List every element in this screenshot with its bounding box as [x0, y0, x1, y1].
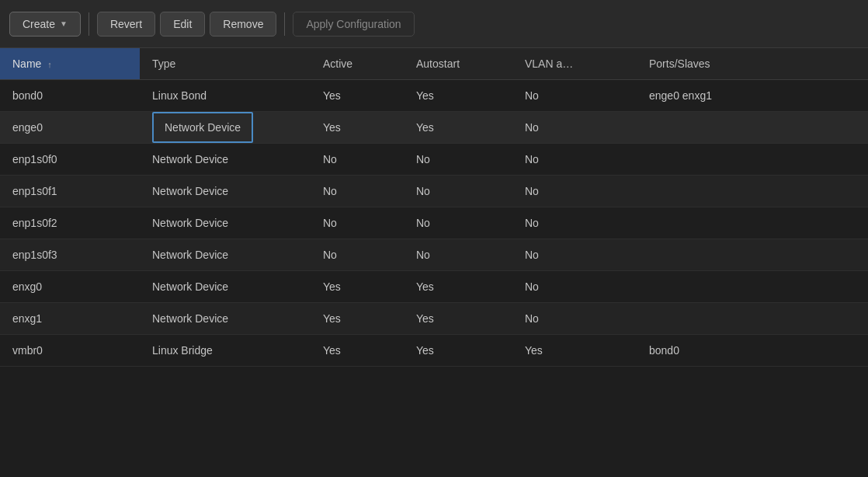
cell-type: Linux Bridge — [140, 335, 311, 367]
table-row[interactable]: enxg1Network DeviceYesYesNo — [0, 303, 868, 335]
col-header-vlan[interactable]: VLAN a… — [512, 48, 637, 80]
cell-name: enge0 — [0, 112, 140, 144]
remove-button[interactable]: Remove — [210, 12, 276, 37]
table-row[interactable]: enp1s0f2Network DeviceNoNoNo — [0, 207, 868, 239]
col-header-name[interactable]: Name ↑ — [0, 48, 140, 80]
dropdown-arrow-icon: ▼ — [60, 19, 68, 28]
col-header-type[interactable]: Type — [140, 48, 311, 80]
cell-active: No — [311, 176, 404, 207]
cell-type: Network Device — [140, 271, 311, 303]
col-vlan-label: VLAN a… — [525, 57, 573, 70]
table-row[interactable]: enxg0Network DeviceYesYesNo — [0, 271, 868, 303]
table-row[interactable]: vmbr0Linux BridgeYesYesYesbond0 — [0, 335, 868, 367]
cell-ports — [637, 239, 868, 271]
cell-name: enp1s0f0 — [0, 144, 140, 176]
cell-autostart: No — [404, 239, 512, 271]
col-active-label: Active — [323, 57, 352, 70]
cell-type: Network Device — [140, 176, 311, 207]
cell-active: Yes — [311, 335, 404, 367]
separator-1 — [89, 12, 89, 36]
cell-vlan: No — [512, 271, 637, 303]
cell-name: enp1s0f3 — [0, 239, 140, 271]
cell-autostart: No — [404, 144, 512, 176]
revert-button[interactable]: Revert — [97, 12, 155, 37]
edit-label: Edit — [173, 18, 192, 30]
cell-ports — [637, 271, 868, 303]
create-label: Create — [23, 18, 55, 30]
col-type-label: Type — [152, 57, 175, 70]
table-row[interactable]: bond0Linux BondYesYesNoenge0 enxg1 — [0, 80, 868, 112]
cell-autostart: Yes — [404, 80, 512, 112]
cell-autostart: Yes — [404, 303, 512, 335]
cell-active: No — [311, 144, 404, 176]
cell-ports — [637, 144, 868, 176]
apply-label: Apply Configuration — [306, 18, 401, 30]
cell-vlan: No — [512, 112, 637, 144]
cell-name: enp1s0f1 — [0, 176, 140, 207]
col-header-ports[interactable]: Ports/Slaves — [637, 48, 868, 80]
network-table: Name ↑ Type Active Autostart VLAN a… Por… — [0, 48, 868, 367]
cell-name: enp1s0f2 — [0, 207, 140, 239]
cell-name: enxg0 — [0, 271, 140, 303]
cell-name: bond0 — [0, 80, 140, 112]
cell-type: Linux Bond — [140, 80, 311, 112]
cell-autostart: Yes — [404, 112, 512, 144]
cell-vlan: Yes — [512, 335, 637, 367]
cell-ports — [637, 112, 868, 144]
cell-autostart: No — [404, 176, 512, 207]
edit-button[interactable]: Edit — [160, 12, 205, 37]
revert-label: Revert — [110, 18, 142, 30]
cell-vlan: No — [512, 176, 637, 207]
sort-arrow-icon: ↑ — [47, 60, 52, 69]
cell-active: No — [311, 207, 404, 239]
cell-type: Network Device — [140, 112, 311, 144]
cell-name: vmbr0 — [0, 335, 140, 367]
table-row[interactable]: enp1s0f1Network DeviceNoNoNo — [0, 176, 868, 207]
cell-active: Yes — [311, 271, 404, 303]
col-ports-label: Ports/Slaves — [649, 57, 710, 70]
remove-label: Remove — [223, 18, 263, 30]
create-button[interactable]: Create ▼ — [9, 12, 81, 37]
cell-type: Network Device — [140, 144, 311, 176]
selected-type-cell: Network Device — [152, 112, 253, 143]
cell-active: No — [311, 239, 404, 271]
cell-active: Yes — [311, 80, 404, 112]
col-header-active[interactable]: Active — [311, 48, 404, 80]
cell-vlan: No — [512, 144, 637, 176]
cell-ports — [637, 176, 868, 207]
network-table-container: Name ↑ Type Active Autostart VLAN a… Por… — [0, 48, 868, 477]
table-row[interactable]: enge0Network DeviceYesYesNo — [0, 112, 868, 144]
cell-ports — [637, 303, 868, 335]
cell-vlan: No — [512, 239, 637, 271]
cell-type: Network Device — [140, 239, 311, 271]
table-body: bond0Linux BondYesYesNoenge0 enxg1enge0N… — [0, 80, 868, 367]
col-autostart-label: Autostart — [416, 57, 460, 70]
cell-ports: bond0 — [637, 335, 868, 367]
col-name-label: Name — [12, 57, 41, 70]
cell-vlan: No — [512, 303, 637, 335]
cell-type: Network Device — [140, 207, 311, 239]
cell-ports: enge0 enxg1 — [637, 80, 868, 112]
separator-2 — [284, 12, 285, 36]
cell-active: Yes — [311, 112, 404, 144]
col-header-autostart[interactable]: Autostart — [404, 48, 512, 80]
table-row[interactable]: enp1s0f0Network DeviceNoNoNo — [0, 144, 868, 176]
cell-name: enxg1 — [0, 303, 140, 335]
cell-type: Network Device — [140, 303, 311, 335]
table-row[interactable]: enp1s0f3Network DeviceNoNoNo — [0, 239, 868, 271]
apply-configuration-button[interactable]: Apply Configuration — [293, 12, 414, 37]
cell-vlan: No — [512, 207, 637, 239]
table-header-row: Name ↑ Type Active Autostart VLAN a… Por… — [0, 48, 868, 80]
cell-autostart: Yes — [404, 335, 512, 367]
cell-vlan: No — [512, 80, 637, 112]
cell-ports — [637, 207, 868, 239]
toolbar: Create ▼ Revert Edit Remove Apply Config… — [0, 0, 868, 48]
cell-autostart: No — [404, 207, 512, 239]
cell-autostart: Yes — [404, 271, 512, 303]
cell-active: Yes — [311, 303, 404, 335]
